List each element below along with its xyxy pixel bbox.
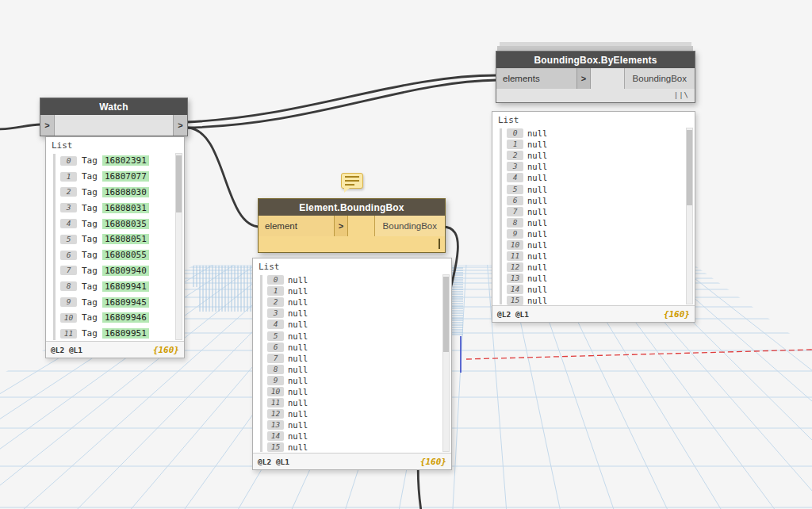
bbox-node-title[interactable]: BoundingBox.ByElements (496, 52, 695, 68)
wire-watch-to-element[interactable] (186, 128, 260, 227)
item-value: null (527, 140, 547, 149)
wire-watch-to-byelements-a[interactable] (186, 75, 497, 122)
scrollbar-thumb[interactable] (443, 277, 449, 352)
chevron-right-icon: > (334, 216, 347, 236)
list-item: 1 null (267, 285, 442, 297)
index-badge: 0 (60, 156, 77, 166)
preview-footer: @L2 @L1 {160} (492, 305, 695, 322)
item-value: null (288, 343, 308, 352)
scrollbar[interactable] (175, 153, 182, 340)
list-item: 11 Tag 16809951 (60, 326, 174, 341)
input-port-label: element (259, 216, 334, 236)
watch-node-title[interactable]: Watch (40, 98, 187, 115)
list-item: 1 Tag 16807077 (60, 169, 174, 185)
index-badge: 8 (60, 281, 77, 291)
list-item: 7 Tag 16809940 (60, 263, 174, 279)
bbox-node-strip: ||\ (496, 89, 695, 102)
watch-output-port[interactable]: > (173, 115, 187, 136)
index-badge: 15 (267, 442, 284, 452)
list-item: 10 null (267, 386, 442, 397)
index-badge: 6 (60, 251, 77, 260)
index-badge: 14 (267, 431, 284, 441)
item-type: Tag (82, 171, 98, 182)
watch-input-port[interactable]: > (40, 115, 55, 136)
item-value: null (527, 196, 547, 205)
index-badge: 4 (60, 219, 77, 228)
dynamo-workspace-canvas[interactable]: Watch > > List 0 Tag 16802391 1 Tag 1680… (0, 0, 812, 509)
bbox-input-port[interactable]: elements > (496, 68, 591, 89)
comment-bubble-icon[interactable] (341, 173, 363, 189)
item-value: null (288, 308, 308, 318)
list-item: 1 null (507, 139, 685, 150)
node-element-boundingbox[interactable]: Element.BoundingBox element > BoundingBo… (258, 198, 446, 253)
scrollbar[interactable] (442, 274, 450, 452)
chevron-right-icon: > (576, 68, 590, 89)
wire-into-watch[interactable] (0, 124, 40, 129)
index-badge: 6 (507, 196, 523, 205)
scrollbar[interactable] (686, 128, 693, 304)
scrollbar-thumb[interactable] (176, 155, 182, 212)
index-badge: 6 (267, 343, 284, 352)
item-value: null (288, 320, 308, 329)
index-badge: 13 (267, 420, 284, 430)
item-value: 16802391 (102, 155, 149, 166)
index-badge: 9 (507, 229, 523, 239)
list-item: 12 null (267, 408, 442, 419)
list-label: List (46, 137, 184, 152)
list-item: 4 null (507, 172, 685, 183)
element-input-port[interactable]: element > (259, 216, 348, 236)
watch-node-body (55, 115, 173, 136)
item-value: null (527, 218, 547, 228)
list-item: 0 null (267, 274, 442, 285)
list-item: 13 null (267, 419, 442, 431)
index-badge: 14 (507, 285, 523, 294)
index-badge: 11 (60, 329, 77, 339)
watch-preview-bubble[interactable]: List 0 Tag 16802391 1 Tag 16807077 2 Ta (45, 136, 185, 358)
index-badge: 9 (60, 297, 77, 307)
bbox-ports-row: elements > BoundingBox (496, 68, 695, 89)
list-item: 6 null (507, 195, 685, 206)
index-badge: 1 (60, 172, 77, 182)
item-value: null (527, 240, 547, 250)
item-value: 16808051 (102, 234, 149, 244)
list-item: 7 null (267, 353, 442, 364)
wire-watch-to-byelements-b[interactable] (186, 80, 498, 128)
list-item: 15 null (267, 442, 442, 453)
node-boundingbox-byelements[interactable]: BoundingBox.ByElements elements > Boundi… (496, 51, 695, 103)
scrollbar-thumb[interactable] (687, 130, 692, 205)
count-badge: {160} (420, 457, 446, 467)
list-item: 6 null (267, 342, 442, 353)
list-item: 0 Tag 16802391 (60, 153, 174, 169)
index-badge: 12 (507, 262, 523, 272)
count-badge: {160} (664, 309, 690, 320)
bbox-output-port[interactable]: BoundingBox (624, 68, 695, 89)
index-badge: 8 (507, 218, 523, 228)
list-item: 11 null (267, 397, 442, 408)
list-item: 3 Tag 16808031 (60, 200, 174, 216)
item-value: null (527, 128, 547, 138)
item-type: Tag (82, 187, 98, 197)
item-value: null (288, 331, 308, 341)
lacing-label: @L2 @L1 (51, 346, 82, 354)
item-value: null (288, 387, 308, 396)
index-badge: 5 (267, 331, 284, 341)
bbox-preview-bubble[interactable]: List 0 null 1 null 2 null (492, 111, 695, 323)
list-item: 9 Tag 16809945 (60, 294, 174, 310)
element-node-title[interactable]: Element.BoundingBox (259, 199, 445, 216)
element-preview-bubble[interactable]: List 0 null 1 null 2 null (252, 258, 452, 470)
index-badge: 2 (60, 187, 77, 197)
note-line (345, 176, 359, 178)
list-item: 15 null (507, 295, 685, 305)
lacing-icon[interactable]: ||\ (674, 91, 689, 99)
watch-list: 0 Tag 16802391 1 Tag 16807077 2 Tag 1680… (46, 153, 174, 341)
list-item: 9 null (267, 375, 442, 386)
resize-grip-icon[interactable] (439, 239, 440, 249)
node-watch[interactable]: Watch > > (40, 98, 188, 136)
index-badge: 3 (267, 308, 284, 318)
item-value: null (527, 262, 547, 272)
list-item: 5 Tag 16808051 (60, 232, 174, 247)
element-output-port[interactable]: BoundingBox (374, 216, 445, 236)
list-item: 2 Tag 16808030 (60, 185, 174, 201)
list-item: 14 null (267, 431, 442, 442)
list-item: 14 null (507, 284, 685, 295)
